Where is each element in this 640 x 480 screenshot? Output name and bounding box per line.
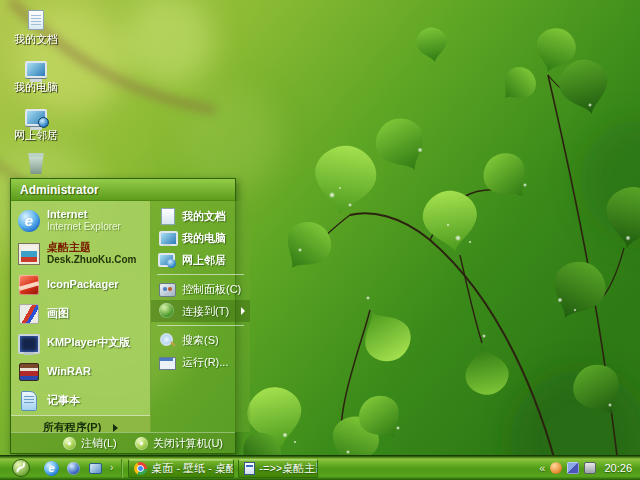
kmplayer-icon [17,331,41,355]
browser-page-icon [244,462,255,475]
start-menu-item-connect-to[interactable]: 连接到(T) [151,300,250,322]
my-documents-icon [28,10,44,30]
start-logo-icon [11,458,31,478]
desktop-icon-my-documents[interactable]: 我的文档 [4,4,68,52]
taskbar-clock[interactable]: 20:26 [604,462,632,474]
user-name: Administrator [20,183,99,197]
start-menu-item-winrar[interactable]: WinRAR [11,357,150,386]
run-icon [158,353,176,371]
shut-down-button[interactable]: 关闭计算机(U) [135,436,223,451]
system-tray: « 20:26 [539,462,640,474]
search-icon [158,331,176,349]
start-menu-item-run[interactable]: 运行(R)... [151,351,250,373]
orange-app-tray-icon[interactable] [550,462,562,474]
desktop-icon-list: 我的文档 我的电脑 网上邻居 回收站 [4,4,68,196]
input-method-tray-icon[interactable] [584,462,596,474]
taskbar-divider [121,459,123,478]
start-menu-pinned-list: Internet Internet Explorer 桌酷主题 Desk.Zhu… [11,201,151,432]
tray-collapse-chevron-icon[interactable]: « [539,462,545,474]
submenu-arrow-icon [113,424,118,432]
start-menu-user-banner: Administrator [11,179,235,201]
control-panel-icon [158,280,176,298]
start-menu-item-iconpackager[interactable]: IconPackager [11,270,150,299]
quick-launch-overflow-icon[interactable]: › [110,463,113,473]
menu-separator [157,274,244,275]
desktop-icon-label: 我的电脑 [14,80,58,95]
my-computer-icon [158,229,176,247]
internet-explorer-icon [17,209,41,233]
start-menu-item-network-places[interactable]: 网上邻居 [151,249,250,271]
taskbar: › 桌面 - 壁纸 - 桌酷... -=>>桌酷主题 - M... « 20:2… [0,455,640,480]
desktop-icon-network-places[interactable]: 网上邻居 [4,100,68,148]
start-menu-footer: 注销(L) 关闭计算机(U) [11,432,235,453]
network-places-icon [25,109,47,126]
log-off-button[interactable]: 注销(L) [63,436,116,451]
blue-app-tray-icon[interactable] [567,462,579,474]
task-button-zhuoku-theme[interactable]: -=>>桌酷主题 - M... [238,459,318,478]
start-menu-item-internet[interactable]: Internet Internet Explorer [11,204,150,237]
start-menu-item-control-panel[interactable]: 控制面板(C) [151,278,250,300]
start-menu-item-notepad[interactable]: 记事本 [11,386,150,415]
desktop-icon-label: 我的文档 [14,32,58,47]
start-button[interactable] [0,456,42,480]
start-menu-item-my-computer[interactable]: 我的电脑 [151,227,250,249]
recycle-bin-icon [27,153,45,174]
my-computer-icon [25,61,47,78]
start-menu-item-zhuoku-theme[interactable]: 桌酷主题 Desk.ZhuoKu.Com [11,237,150,270]
zhuoku-theme-icon [17,242,41,266]
start-menu-item-my-documents[interactable]: 我的文档 [151,205,250,227]
task-button-wallpaper-page[interactable]: 桌面 - 壁纸 - 桌酷... [128,459,234,478]
my-documents-icon [158,207,176,225]
shut-down-icon [135,437,148,450]
internet-explorer-icon[interactable] [44,461,59,476]
desktop-icon-my-computer[interactable]: 我的电脑 [4,52,68,100]
start-menu-item-paint[interactable]: 画图 [11,299,150,328]
log-off-icon [63,437,76,450]
network-places-icon [158,251,176,269]
quick-launch-bar: › [42,461,118,476]
iconpackager-icon [17,273,41,297]
globe-icon [38,117,49,128]
start-menu-item-kmplayer[interactable]: KMPlayer中文版 [11,328,150,357]
desktop-icon-label: 网上邻居 [14,128,58,143]
paint-icon [17,302,41,326]
winrar-icon [17,360,41,384]
notepad-icon [17,389,41,413]
submenu-arrow-icon [241,307,245,315]
start-menu: Administrator Internet Internet Explorer… [10,178,236,454]
world-icon[interactable] [66,461,81,476]
show-desktop-icon[interactable] [88,461,103,476]
start-menu-places-list: 我的文档 我的电脑 网上邻居 控制面板(C) 连接到(T) [151,201,250,432]
start-menu-item-search[interactable]: 搜索(S) [151,329,250,351]
connect-to-icon [158,302,176,320]
chrome-icon [134,462,147,475]
menu-separator [157,325,244,326]
all-programs-button[interactable]: 所有程序(P) [11,415,150,432]
